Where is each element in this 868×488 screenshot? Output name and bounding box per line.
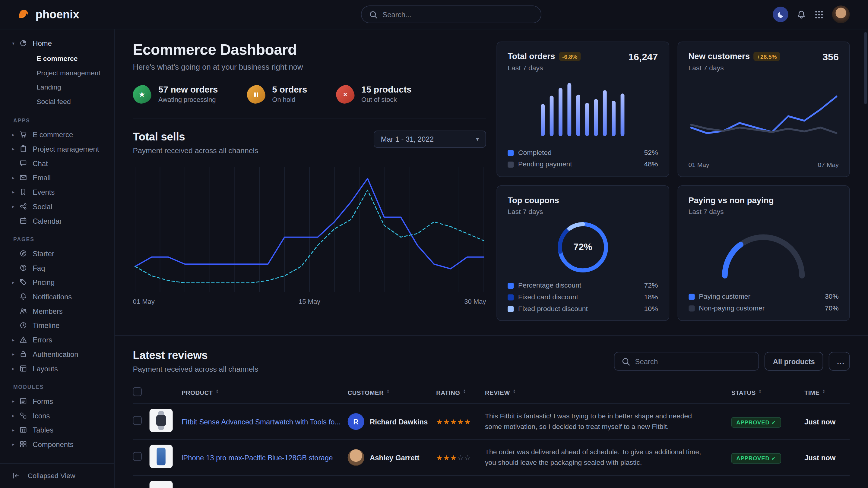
top-coupons-card: Top coupons Last 7 days 72% Percentage d… [496, 185, 669, 321]
stat-caption: Out of stock [361, 96, 411, 104]
all-products-button[interactable]: All products [765, 352, 823, 370]
sort-icon: ▲▼ [216, 389, 219, 394]
caret-right-icon: ▸ [12, 337, 19, 343]
product-link[interactable]: iPhone 13 pro max-Pacific Blue-128GB sto… [182, 453, 348, 462]
sidebar-item-notifications[interactable]: Notifications [12, 289, 108, 304]
column-header-rating[interactable]: RATING▲▼ [436, 389, 485, 396]
sidebar-item-social-feed[interactable]: Social feed [12, 95, 108, 109]
brand[interactable]: phoenix [17, 7, 79, 22]
paying-legend: Paying customer30%Non-paying customer70% [688, 289, 838, 312]
sidebar-item-e-commerce[interactable]: ▸E commerce [12, 127, 108, 142]
sidebar-item-events[interactable]: ▸Events [12, 185, 108, 199]
topbar-actions [773, 5, 849, 23]
user-avatar[interactable] [832, 5, 850, 23]
sidebar-item-e-commerce[interactable]: E commerce [12, 52, 108, 66]
stat-caption: Awating processing [158, 96, 218, 104]
notifications-button[interactable] [797, 10, 806, 19]
x-axis-label: 15 May [299, 297, 320, 305]
sidebar-item-authentication[interactable]: ▸Authentication [12, 347, 108, 361]
shapes-icon [19, 412, 33, 420]
sidebar-item-pricing[interactable]: ▸Pricing [12, 275, 108, 289]
column-header-customer[interactable]: CUSTOMER▲▼ [348, 389, 436, 396]
app-root: phoenix [0, 0, 868, 488]
layout-icon [19, 365, 33, 372]
sidebar-item-layouts[interactable]: ▸Layouts [12, 361, 108, 376]
card-title: New customers [688, 52, 750, 61]
page-title: Ecommerce Dashboard [133, 42, 486, 59]
main-content: Ecommerce Dashboard Here's what's going … [115, 29, 868, 488]
sidebar-item-errors[interactable]: ▸Errors [12, 332, 108, 347]
caret-right-icon: ▸ [12, 146, 19, 151]
sidebar-item-landing[interactable]: Landing [12, 80, 108, 95]
sidebar-item-tables[interactable]: ▸Tables [12, 423, 108, 437]
share-icon [19, 202, 33, 210]
product-thumbnail[interactable] [150, 409, 173, 432]
sidebar-item-icons[interactable]: ▸Icons [12, 409, 108, 423]
sidebar-item-social[interactable]: ▸Social [12, 199, 108, 214]
column-header-status[interactable]: STATUS▲▼ [732, 389, 804, 396]
reviews-search-input[interactable] [635, 357, 752, 366]
column-header-product[interactable]: PRODUCT▲▼ [182, 389, 348, 396]
scrollbar[interactable] [864, 32, 867, 104]
product-thumbnail[interactable] [150, 481, 173, 488]
users-icon [19, 307, 33, 315]
stat-value: 57 new orders [158, 85, 218, 95]
latest-reviews-title: Latest reviews [133, 349, 258, 362]
sidebar-item-project-management[interactable]: ▸Project management [12, 142, 108, 156]
sidebar-item-starter[interactable]: Starter [12, 246, 108, 261]
select-all-checkbox[interactable] [133, 387, 142, 396]
card-period: Last 7 days [688, 208, 774, 216]
sidebar-item-forms[interactable]: ▸Forms [12, 394, 108, 409]
sidebar-item-timeline[interactable]: Timeline [12, 318, 108, 332]
column-header-review[interactable]: REVIEW▲▼ [485, 389, 732, 396]
sort-icon: ▲▼ [463, 389, 466, 394]
order-bar [594, 99, 598, 136]
collapse-icon [12, 472, 22, 480]
theme-toggle-button[interactable] [773, 7, 788, 22]
sidebar-item-components[interactable]: ▸Components [12, 437, 108, 452]
legend-item-percentage-discount: Percentage discount72% [507, 282, 658, 289]
collapsed-view-toggle[interactable]: Collapsed View [0, 463, 114, 488]
product-link[interactable]: Fitbit Sense Advanced Smartwatch with To… [182, 418, 348, 426]
search-icon [369, 10, 378, 19]
order-bar [568, 83, 571, 136]
sidebar-item-project-management[interactable]: Project management [12, 66, 108, 80]
sidebar-item-chat[interactable]: Chat [12, 156, 108, 171]
sidebar-item-members[interactable]: Members [12, 304, 108, 318]
caret-right-icon: ▸ [12, 427, 19, 432]
apps-grid-button[interactable] [814, 10, 824, 19]
product-thumbnail[interactable] [150, 445, 173, 468]
status-badge: APPROVED ✓ [732, 453, 781, 464]
stat-caption: On hold [272, 96, 307, 104]
date-range-select[interactable]: Mar 1 - 31, 2022 ▾ [374, 131, 486, 148]
row-checkbox[interactable] [133, 452, 142, 461]
caret-right-icon: ▸ [12, 175, 19, 180]
sidebar-item-email[interactable]: ▸Email [12, 170, 108, 185]
customer-name: Richard Dawkins [370, 418, 428, 426]
warning-icon [19, 336, 33, 344]
legend-item-fixed-product-discount: Fixed product discount10% [507, 305, 658, 313]
total-sells-subtitle: Payment received across all channels [133, 147, 258, 155]
caret-down-icon: ▾ [12, 41, 19, 46]
legend-item-pending-payment: Pending payment48% [507, 160, 658, 168]
total-sells-x-axis: 01 May15 May30 May [133, 297, 486, 305]
column-header-time[interactable]: TIME▲▼ [804, 389, 850, 396]
new-customers-x-axis: 01 May07 May [688, 162, 838, 168]
global-search-input[interactable] [382, 10, 533, 19]
sidebar-item-calendar[interactable]: Calendar [12, 214, 108, 228]
more-options-button[interactable]: ... [829, 352, 850, 370]
order-bar [612, 100, 616, 136]
sidebar-section-modules: MODULES [13, 384, 108, 390]
order-bar [550, 96, 554, 136]
review-time: Just now [804, 453, 850, 462]
total-orders-bar-chart [507, 72, 658, 145]
kpi-cards: Total orders-6.8% Last 7 days 16,247 Com… [496, 42, 849, 321]
help-icon [19, 264, 33, 272]
global-search[interactable] [361, 5, 541, 23]
legend-item-paying-customer: Paying customer30% [688, 293, 838, 300]
star-icon: ★ [131, 84, 153, 105]
row-checkbox[interactable] [133, 416, 142, 425]
sidebar-item-home[interactable]: ▾Home [12, 36, 108, 50]
sidebar-item-faq[interactable]: Faq [12, 261, 108, 275]
reviews-search[interactable] [614, 352, 759, 370]
